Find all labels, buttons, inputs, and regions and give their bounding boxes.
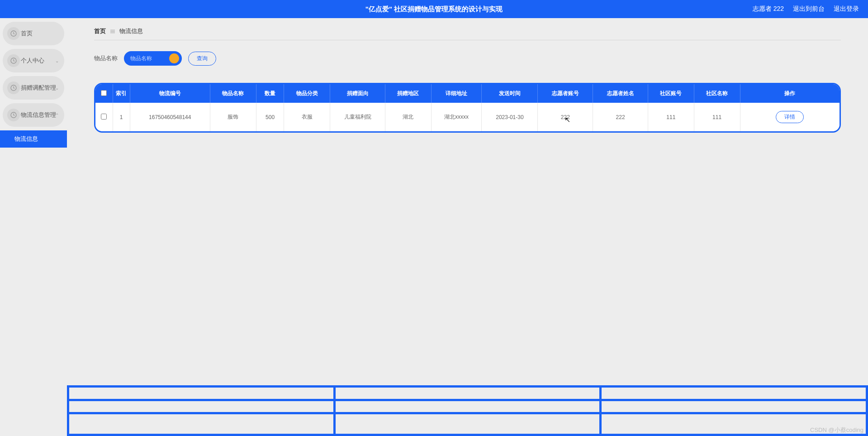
- logout-link[interactable]: 退出登录: [834, 5, 859, 13]
- sidebar-item-label: 物流信息: [14, 135, 38, 143]
- th-logistics-no: 物流编号: [130, 84, 210, 103]
- td-index: 1: [113, 103, 130, 131]
- th-target: 捐赠面向: [330, 84, 385, 103]
- td-target: 儿童福利院: [330, 103, 385, 131]
- main-content: 首页 物流信息 物品名称 查询 索引: [67, 18, 868, 436]
- td-send-time: 2023-01-30: [482, 103, 538, 131]
- th-quantity: 数量: [256, 84, 284, 103]
- th-index: 索引: [113, 84, 130, 103]
- sidebar-item-logistics[interactable]: 物流信息管理 ⌃: [3, 103, 64, 127]
- row-checkbox[interactable]: [101, 114, 107, 120]
- th-action: 操作: [740, 84, 840, 103]
- search-row: 物品名称 查询: [94, 51, 841, 66]
- menu-icon: [110, 30, 115, 33]
- td-checkbox: [95, 103, 113, 131]
- td-address: 湖北xxxxx: [431, 103, 482, 131]
- table-wrapper: 索引 物流编号 物品名称 数量 物品分类 捐赠面向 捐赠地区 详细地址 发送时间…: [94, 83, 841, 133]
- breadcrumb-home[interactable]: 首页: [94, 27, 106, 35]
- th-address: 详细地址: [431, 84, 482, 103]
- chevron-up-icon: ⌃: [55, 113, 59, 118]
- th-community-name: 社区名称: [694, 84, 740, 103]
- search-pill[interactable]: [124, 51, 182, 66]
- search-label: 物品名称: [94, 54, 118, 62]
- sidebar-item-home[interactable]: 首页: [3, 22, 64, 45]
- th-volunteer-name: 志愿者姓名: [593, 84, 648, 103]
- td-item-name: 服饰: [210, 103, 256, 131]
- sidebar-item-label: 首页: [21, 29, 33, 38]
- table-header-row: 索引 物流编号 物品名称 数量 物品分类 捐赠面向 捐赠地区 详细地址 发送时间…: [95, 84, 840, 103]
- td-community-name: 111: [694, 103, 740, 131]
- query-button[interactable]: 查询: [188, 52, 216, 66]
- th-send-time: 发送时间: [482, 84, 538, 103]
- watermark: CSDN @小蔡coding: [810, 426, 863, 434]
- td-quantity: 500: [256, 103, 284, 131]
- td-category: 衣服: [284, 103, 330, 131]
- td-region: 湖北: [385, 103, 431, 131]
- th-category: 物品分类: [284, 84, 330, 103]
- clock-icon: [7, 27, 20, 40]
- sidebar-item-personal[interactable]: 个人中心 ⌄: [3, 49, 64, 72]
- th-checkbox: [95, 84, 113, 103]
- exit-front-link[interactable]: 退出到前台: [793, 5, 825, 13]
- th-community-account: 社区账号: [648, 84, 694, 103]
- sidebar-item-label: 物流信息管理: [21, 111, 56, 119]
- header-right: 志愿者 222 退出到前台 退出登录: [753, 5, 859, 13]
- table-row: 1 16750460548144 服饰 500 衣服 儿童福利院 湖北 湖北xx…: [95, 103, 840, 131]
- chevron-down-icon: ⌄: [55, 86, 59, 91]
- sidebar-subitem-logistics-info[interactable]: 物流信息: [0, 130, 67, 148]
- td-volunteer-account: 222: [538, 103, 593, 131]
- sidebar-item-donation[interactable]: 捐赠调配管理 ⌄: [3, 76, 64, 100]
- main-container: 首页 个人中心 ⌄ 捐赠调配管理 ⌄ 物流信息管理 ⌃ 物流信息: [0, 18, 868, 436]
- th-region: 捐赠地区: [385, 84, 431, 103]
- search-toggle-handle[interactable]: [169, 53, 179, 63]
- td-action: 详情: [740, 103, 840, 131]
- sidebar-item-label: 个人中心: [21, 57, 44, 65]
- sidebar-item-label: 捐赠调配管理: [21, 84, 56, 92]
- data-table: 索引 物流编号 物品名称 数量 物品分类 捐赠面向 捐赠地区 详细地址 发送时间…: [95, 84, 840, 131]
- td-logistics-no: 16750460548144: [130, 103, 210, 131]
- app-title: "亿点爱" 社区捐赠物品管理系统的设计与实现: [365, 5, 503, 14]
- breadcrumb: 首页 物流信息: [94, 27, 841, 40]
- clock-icon: [7, 81, 20, 94]
- th-volunteer-account: 志愿者账号: [538, 84, 593, 103]
- select-all-checkbox[interactable]: [101, 90, 107, 96]
- top-header: "亿点爱" 社区捐赠物品管理系统的设计与实现 志愿者 222 退出到前台 退出登…: [0, 0, 868, 18]
- clock-icon: [7, 54, 20, 67]
- user-role[interactable]: 志愿者 222: [753, 5, 784, 13]
- search-input[interactable]: [130, 55, 166, 62]
- td-volunteer-name: 222: [593, 103, 648, 131]
- td-community-account: 111: [648, 103, 694, 131]
- sidebar: 首页 个人中心 ⌄ 捐赠调配管理 ⌄ 物流信息管理 ⌃ 物流信息: [0, 18, 67, 436]
- chevron-down-icon: ⌄: [55, 58, 59, 63]
- detail-button[interactable]: 详情: [776, 111, 804, 123]
- breadcrumb-current: 物流信息: [119, 27, 143, 35]
- footer-decoration: [67, 385, 868, 436]
- th-item-name: 物品名称: [210, 84, 256, 103]
- clock-icon: [7, 109, 20, 121]
